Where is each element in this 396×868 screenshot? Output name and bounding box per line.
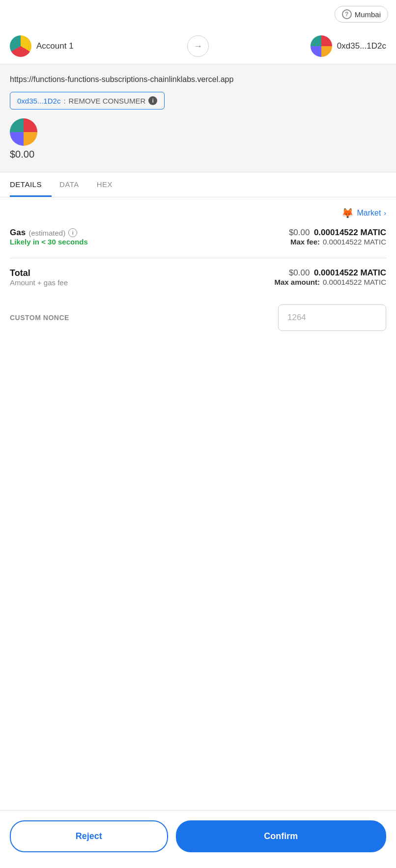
info-panel: https://functions-functions-subscription… xyxy=(0,64,396,172)
tab-details[interactable]: DETAILS xyxy=(10,172,52,197)
market-row: 🦊 Market › xyxy=(10,207,386,219)
help-icon[interactable]: ? xyxy=(342,9,352,19)
action-separator: : xyxy=(63,97,65,105)
max-fee-value: 0.00014522 MATIC xyxy=(323,238,386,246)
balance-avatar xyxy=(10,118,37,146)
gas-value: $0.00 0.00014522 MATIC Max fee: 0.000145… xyxy=(289,228,386,248)
gas-likely: Likely in < 30 seconds xyxy=(10,238,88,246)
action-badge: 0xd35...1D2c : REMOVE CONSUMER i xyxy=(10,92,165,109)
from-name: Account 1 xyxy=(36,41,74,51)
gas-label-group: Gas (estimated) i Likely in < 30 seconds xyxy=(10,228,88,248)
action-address: 0xd35...1D2c xyxy=(17,97,60,105)
divider xyxy=(10,258,386,258)
gas-usd: $0.00 xyxy=(289,228,310,237)
total-usd: $0.00 xyxy=(289,268,310,277)
max-amount-value: 0.00014522 MATIC xyxy=(323,278,386,286)
max-fee-label: Max fee: xyxy=(290,238,320,246)
to-avatar xyxy=(311,35,332,57)
total-subtext: Amount + gas fee xyxy=(10,278,68,287)
account-from: Account 1 xyxy=(10,35,187,57)
fox-icon: 🦊 xyxy=(341,207,354,219)
max-amount-label: Max amount: xyxy=(275,278,320,286)
nonce-label: CUSTOM NONCE xyxy=(10,314,69,322)
nonce-section: CUSTOM NONCE xyxy=(10,304,386,331)
account-row: Account 1 → 0xd35...1D2c xyxy=(0,28,396,64)
total-row: Total Amount + gas fee $0.00 0.00014522 … xyxy=(10,268,386,287)
site-url: https://functions-functions-subscription… xyxy=(10,74,386,85)
details-content: 🦊 Market › Gas (estimated) i Likely in <… xyxy=(0,197,396,810)
balance-section: $0.00 xyxy=(10,118,386,160)
gas-row: Gas (estimated) i Likely in < 30 seconds… xyxy=(10,228,386,248)
nonce-input[interactable] xyxy=(278,304,386,331)
account-to: 0xd35...1D2c xyxy=(209,35,386,57)
action-info-icon[interactable]: i xyxy=(148,96,157,105)
max-amount-row: Max amount: 0.00014522 MATIC xyxy=(275,278,386,286)
gas-estimated: (estimated) xyxy=(28,229,65,237)
total-matic: 0.00014522 MATIC xyxy=(314,268,386,277)
chevron-right-icon: › xyxy=(384,209,386,217)
balance-amount: $0.00 xyxy=(10,149,34,160)
action-text: REMOVE CONSUMER xyxy=(69,97,146,105)
to-address: 0xd35...1D2c xyxy=(337,41,386,51)
tab-hex[interactable]: HEX xyxy=(97,172,122,197)
network-name: Mumbai xyxy=(355,10,381,19)
tab-data[interactable]: DATA xyxy=(59,172,89,197)
gas-matic: 0.00014522 MATIC xyxy=(314,228,386,237)
network-badge[interactable]: ? Mumbai xyxy=(335,6,388,23)
tabs: DETAILS DATA HEX xyxy=(0,172,396,197)
max-fee-row: Max fee: 0.00014522 MATIC xyxy=(289,238,386,246)
transfer-arrow: → xyxy=(187,35,209,57)
market-link[interactable]: Market xyxy=(357,209,381,217)
top-bar: ? Mumbai xyxy=(0,0,396,28)
footer: Reject Confirm xyxy=(0,810,396,868)
gas-label: Gas (estimated) i xyxy=(10,228,88,238)
total-label: Total xyxy=(10,268,68,278)
reject-button[interactable]: Reject xyxy=(10,820,168,852)
confirm-button[interactable]: Confirm xyxy=(176,820,387,852)
from-avatar xyxy=(10,35,31,57)
total-label-group: Total Amount + gas fee xyxy=(10,268,68,287)
total-value: $0.00 0.00014522 MATIC Max amount: 0.000… xyxy=(275,268,386,286)
gas-info-icon[interactable]: i xyxy=(68,228,77,237)
